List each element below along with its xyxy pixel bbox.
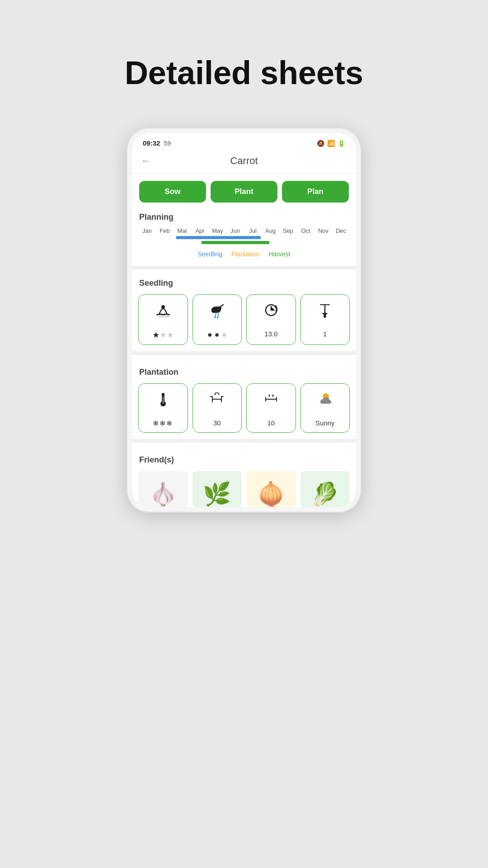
battery-icon: 🔋 bbox=[338, 140, 345, 147]
action-buttons: Sow Plant Plan bbox=[132, 174, 356, 207]
drop-3: ● bbox=[222, 330, 227, 339]
drop-2: ● bbox=[215, 330, 220, 339]
plantation-card-1: ❄❄❄ bbox=[138, 383, 188, 433]
friends-images: 🧄 🌿 🧅 🥬 bbox=[132, 467, 356, 507]
star-2: ★ bbox=[160, 330, 167, 340]
plantation-card-2: 30 bbox=[192, 383, 242, 433]
app-title: Carrot bbox=[230, 155, 258, 167]
divider-3 bbox=[132, 439, 356, 443]
svg-point-2 bbox=[214, 316, 216, 318]
month-dec: Dec bbox=[332, 227, 350, 234]
seedling-title: Seedling bbox=[139, 278, 173, 288]
planning-header: Planning bbox=[132, 207, 356, 225]
svg-point-7 bbox=[324, 315, 326, 318]
month-mar: Mar bbox=[174, 227, 191, 234]
divider-1 bbox=[132, 266, 356, 269]
signal-icon: 📶 bbox=[327, 140, 335, 147]
plantation-title: Plantation bbox=[139, 368, 178, 377]
plantation-section: Plantation ❄❄❄ bbox=[132, 359, 356, 439]
weather-value: Sunny bbox=[315, 419, 335, 427]
seedling-card-4: 1 bbox=[300, 294, 350, 345]
row-spacing-icon bbox=[208, 390, 226, 412]
app-header: ← Carrot bbox=[132, 151, 356, 174]
month-feb: Feb bbox=[156, 227, 174, 234]
month-oct: Oct bbox=[297, 227, 314, 234]
friend-lettuce: 🥬 bbox=[300, 471, 350, 507]
month-jun: Jun bbox=[226, 227, 244, 234]
page-wrapper: Detailed sheets 09:32 59 🔕 📶 🔋 ← Carrot bbox=[0, 27, 488, 868]
friend-chives: 🌿 bbox=[192, 471, 242, 507]
plant-spacing-value: 10 bbox=[267, 419, 275, 427]
plantation-cards: ❄❄❄ bbox=[132, 380, 356, 439]
month-aug: Aug bbox=[262, 227, 279, 234]
phone-frame: 09:32 59 🔕 📶 🔋 ← Carrot Sow Plant Plan bbox=[127, 127, 361, 513]
depth-icon bbox=[316, 301, 334, 323]
friends-header: Friend(s) bbox=[132, 450, 356, 467]
seedling-plant-icon bbox=[154, 301, 172, 323]
plant-button[interactable]: Plant bbox=[211, 181, 277, 203]
seedling-bar bbox=[138, 236, 350, 239]
month-sep: Sep bbox=[279, 227, 297, 234]
planning-title: Planning bbox=[139, 212, 174, 222]
sun-cloud-icon bbox=[316, 390, 334, 412]
row-spacing-value: 30 bbox=[213, 419, 221, 427]
plantation-card-3: 10 bbox=[246, 383, 296, 433]
month-apr: Apr bbox=[191, 227, 209, 234]
legend-seedling: Seedling bbox=[197, 250, 222, 258]
friend-onion: 🧅 bbox=[246, 471, 296, 507]
back-button[interactable]: ← bbox=[141, 155, 151, 167]
legend-harvest: Harvest bbox=[268, 250, 290, 258]
seedling-section: Seedling bbox=[132, 269, 356, 351]
status-bar: 09:32 59 🔕 📶 🔋 bbox=[132, 133, 356, 151]
svg-point-3 bbox=[217, 316, 219, 318]
friend-garlic: 🧄 bbox=[138, 471, 188, 507]
plan-button[interactable]: Plan bbox=[282, 181, 349, 203]
page-title: Detailed sheets bbox=[125, 54, 363, 91]
plant-spacing-icon bbox=[262, 390, 280, 412]
legend-row: Seedling Plantation Harvest bbox=[132, 248, 356, 261]
calendar-bars bbox=[132, 234, 356, 248]
seedling-card-3: 13.0 bbox=[246, 294, 296, 345]
sow-button[interactable]: Sow bbox=[139, 181, 206, 203]
month-jan: Jan bbox=[138, 227, 156, 234]
status-icons: 🔕 📶 🔋 bbox=[317, 140, 345, 147]
star-3: ★ bbox=[167, 330, 174, 340]
plantation-header: Plantation bbox=[132, 362, 356, 380]
drop-1: ● bbox=[207, 330, 212, 339]
seedling-cards: ★★★ bbox=[132, 291, 356, 351]
phone-inner: 09:32 59 🔕 📶 🔋 ← Carrot Sow Plant Plan bbox=[132, 133, 356, 507]
temperature-value: ❄❄❄ bbox=[153, 419, 173, 428]
watering-can-icon bbox=[208, 301, 226, 323]
seedling-card-1: ★★★ bbox=[138, 294, 188, 345]
planning-section: Planning Jan Feb Mar Apr May Jun Jul Aug… bbox=[132, 207, 356, 266]
status-time: 09:32 59 bbox=[143, 139, 171, 147]
duration-value: 13.0 bbox=[264, 330, 277, 338]
month-nov: Nov bbox=[314, 227, 332, 234]
divider-2 bbox=[132, 351, 356, 355]
seedling-difficulty: ★★★ bbox=[152, 330, 174, 340]
legend-plantation: Plantation bbox=[231, 250, 259, 258]
depth-value: 1 bbox=[323, 330, 327, 338]
svg-rect-10 bbox=[162, 396, 164, 404]
month-jul: Jul bbox=[244, 227, 262, 234]
mute-icon: 🔕 bbox=[317, 140, 324, 147]
plantation-bar bbox=[138, 241, 350, 244]
months-row: Jan Feb Mar Apr May Jun Jul Aug Sep Oct … bbox=[132, 225, 356, 234]
friends-title: Friend(s) bbox=[139, 455, 174, 464]
seedling-card-2: ● ● ● bbox=[192, 294, 242, 345]
month-may: May bbox=[209, 227, 226, 234]
clock-refresh-icon bbox=[262, 301, 280, 323]
svg-point-1 bbox=[161, 305, 165, 309]
seedling-header: Seedling bbox=[132, 273, 356, 291]
star-1: ★ bbox=[152, 330, 160, 340]
friends-section: Friend(s) 🧄 🌿 🧅 🥬 bbox=[132, 446, 356, 507]
plantation-card-4: Sunny bbox=[300, 383, 350, 433]
thermometer-icon bbox=[154, 390, 172, 412]
water-drops: ● ● ● bbox=[207, 330, 227, 340]
